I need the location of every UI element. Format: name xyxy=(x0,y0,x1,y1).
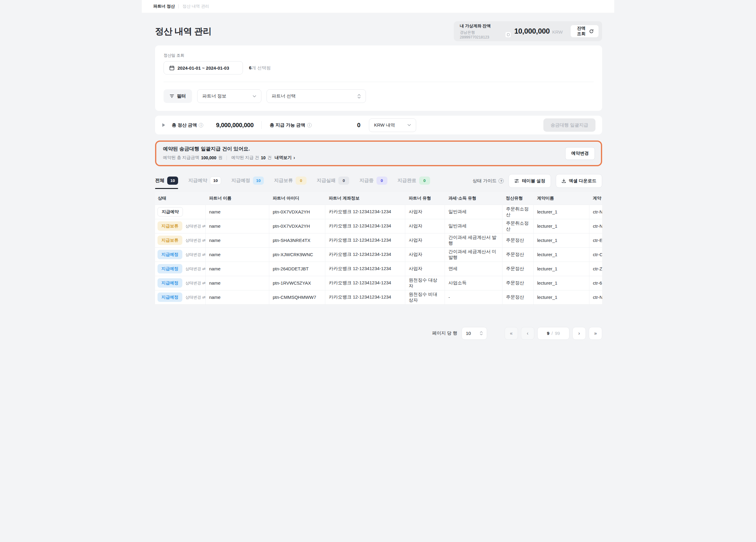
download-icon xyxy=(562,179,566,183)
settle-type-cell: 주문정산 xyxy=(502,262,533,276)
tax-type-cell: 일반과세 xyxy=(445,205,502,219)
status-badge: 지급보류 xyxy=(157,221,182,231)
total-settlement-label: 총 정산 금액 i xyxy=(172,122,203,128)
partner-id-cell: ptn-1RVWC5ZYAX xyxy=(269,276,325,290)
status-change-link[interactable]: 상태변경 ⇄ xyxy=(185,223,206,229)
chevron-updown-icon xyxy=(480,331,483,335)
status-change-link[interactable]: 상태변경 ⇄ xyxy=(185,252,206,257)
partner-select-dropdown[interactable]: 파트너 선택 xyxy=(267,89,366,103)
filter-button[interactable]: 필터 xyxy=(164,89,192,103)
date-range-picker[interactable]: 2024-01-01 ~ 2024-01-03 xyxy=(164,61,243,74)
total-pages: 99 xyxy=(555,331,560,336)
partner-id-cell: ptn-XJWCRK9WNC xyxy=(269,247,325,262)
page-indicator[interactable]: 9 / 99 xyxy=(537,327,569,340)
info-icon[interactable]: i xyxy=(307,123,312,127)
tax-type-cell: 간이과세 세금계산서 발행 xyxy=(445,233,502,247)
tab-payment-failed[interactable]: 지급실패 0 xyxy=(317,177,349,189)
status-change-link[interactable]: 상태변경 ⇄ xyxy=(185,295,206,300)
account-cell: 카카오뱅크 12-12341234-1234 xyxy=(325,276,405,290)
first-page-button[interactable]: « xyxy=(505,327,518,340)
tab-payment-reserved[interactable]: 지급예약 10 xyxy=(188,177,221,189)
excel-download-button[interactable]: 엑셀 다운로드 xyxy=(556,174,602,188)
partner-id-cell: ptn-0X7VDXA2YH xyxy=(269,205,325,219)
swap-icon: ⇄ xyxy=(202,295,206,299)
partner-info-dropdown[interactable]: 파트너 정보 xyxy=(197,89,261,103)
swap-icon: ⇄ xyxy=(202,266,206,271)
reserved-amount: 100,000 xyxy=(201,155,217,160)
contract-id-cell: ctr-N xyxy=(589,290,602,304)
status-guide-link[interactable]: 상태 가이드 ? xyxy=(473,178,504,184)
reserved-count: 10 xyxy=(261,155,266,160)
tab-count-badge: 10 xyxy=(210,177,221,185)
chevron-down-icon xyxy=(253,95,256,97)
currency-history-dropdown[interactable]: KRW 내역 xyxy=(369,118,416,132)
col-contract-id: 계약 xyxy=(589,192,602,205)
reserved-count-label: 예약된 지급 건 xyxy=(231,155,259,160)
col-status: 상태 xyxy=(155,192,205,205)
info-icon[interactable]: i xyxy=(199,123,203,127)
table-settings-button[interactable]: 테이블 설정 xyxy=(509,174,551,188)
next-page-button[interactable]: › xyxy=(572,327,586,340)
breadcrumb-page: 정산 내역 관리 xyxy=(182,4,209,9)
settle-type-cell: 주문취소정산 xyxy=(502,219,533,233)
tab-payment-hold[interactable]: 지급보류 0 xyxy=(274,177,307,189)
tab-all[interactable]: 전체 10 xyxy=(155,177,178,189)
status-change-link[interactable]: 상태변경 ⇄ xyxy=(185,266,206,272)
col-partner-id: 파트너 아이디 xyxy=(269,192,325,205)
page-title: 정산 내역 관리 xyxy=(155,25,211,38)
settle-type-cell: 주문정산 xyxy=(502,233,533,247)
last-page-button[interactable]: » xyxy=(589,327,602,340)
tab-count-badge: 10 xyxy=(167,177,178,185)
status-change-link[interactable]: 상태변경 ⇄ xyxy=(185,280,206,286)
balance-check-button[interactable]: 잔액조회 xyxy=(571,25,599,37)
partner-id-cell: ptn-SHA3NRE4TX xyxy=(269,233,325,247)
partner-name-cell: name xyxy=(205,233,269,247)
status-tabs: 전체 10 지급예약 10 지급예정 10 지급보류 0 지급실패 0 지급중 … xyxy=(155,177,430,189)
col-partner-name: 파트너 이름 xyxy=(205,192,269,205)
contract-id-cell: ctr-6 xyxy=(589,276,602,290)
account-cell: 카카오뱅크 12-12341234-1234 xyxy=(325,233,405,247)
reserved-amount-unit: 원 xyxy=(218,155,222,160)
balance-amount: 10,000,000 xyxy=(514,27,550,35)
partner-type-cell: 사업자 xyxy=(405,219,445,233)
partner-name-cell: name xyxy=(205,205,269,219)
bulk-transfer-button[interactable]: 송금대행 일괄지급 xyxy=(543,118,595,132)
partner-name-cell: name xyxy=(205,247,269,262)
partner-type-cell: 사업자 xyxy=(405,262,445,276)
balance-label: 내 가상계좌 잔액 xyxy=(460,23,511,29)
contract-id-cell: ctr-C xyxy=(589,247,602,262)
banner-detail: 예약된 총 지급금액 100,000 원 예약된 지급 건 10 건 내역보기› xyxy=(163,155,594,160)
settle-type-cell: 주문정산 xyxy=(502,247,533,262)
status-change-link[interactable]: 상태변경 ⇄ xyxy=(185,238,206,243)
partner-name-cell: name xyxy=(205,219,269,233)
tab-payment-complete[interactable]: 지급완료 0 xyxy=(398,177,430,189)
tax-type-cell: 간이과세 세금계산서 미발행 xyxy=(445,247,502,262)
account-cell: 카카오뱅크 12-12341234-1234 xyxy=(325,262,405,276)
prev-page-button[interactable]: ‹ xyxy=(521,327,534,340)
contract-name-cell: lecturer_1 xyxy=(533,205,589,219)
status-tabs-row: 전체 10 지급예약 10 지급예정 10 지급보류 0 지급실패 0 지급중 … xyxy=(155,174,602,191)
contract-name-cell: lecturer_1 xyxy=(533,262,589,276)
filter-icon xyxy=(170,94,174,98)
status-badge: 지급예정 xyxy=(157,264,182,273)
col-contract-name: 계약이름 xyxy=(533,192,589,205)
balance-currency: KRW xyxy=(552,29,563,35)
copy-icon[interactable] xyxy=(506,32,511,37)
status-badge: 지급예정 xyxy=(157,292,182,302)
rows-per-page-select[interactable]: 10 xyxy=(462,327,487,340)
status-badge: 지급예정 xyxy=(157,278,182,288)
expand-caret-icon[interactable] xyxy=(162,123,165,127)
swap-icon: ⇄ xyxy=(202,238,206,243)
col-settle-type: 정산유형 xyxy=(502,192,533,205)
tab-payment-in-progress[interactable]: 지급중 0 xyxy=(360,177,387,189)
table-row: 지급예약 name ptn-0X7VDXA2YH 카카오뱅크 12-123412… xyxy=(155,205,602,219)
partner-type-cell: 사업자 xyxy=(405,233,445,247)
breadcrumb-section[interactable]: 파트너 정산 xyxy=(153,4,175,9)
refresh-icon xyxy=(589,29,594,34)
view-details-link[interactable]: 내역보기› xyxy=(275,155,295,160)
tab-payment-scheduled[interactable]: 지급예정 10 xyxy=(231,177,264,189)
virtual-account-balance-card: 내 가상계좌 잔액 경남은행 28999770218123 10,000,000… xyxy=(454,21,602,41)
banner-divider xyxy=(227,156,227,160)
change-reservation-button[interactable]: 예약변경 xyxy=(565,147,595,160)
swap-icon: ⇄ xyxy=(202,281,206,285)
